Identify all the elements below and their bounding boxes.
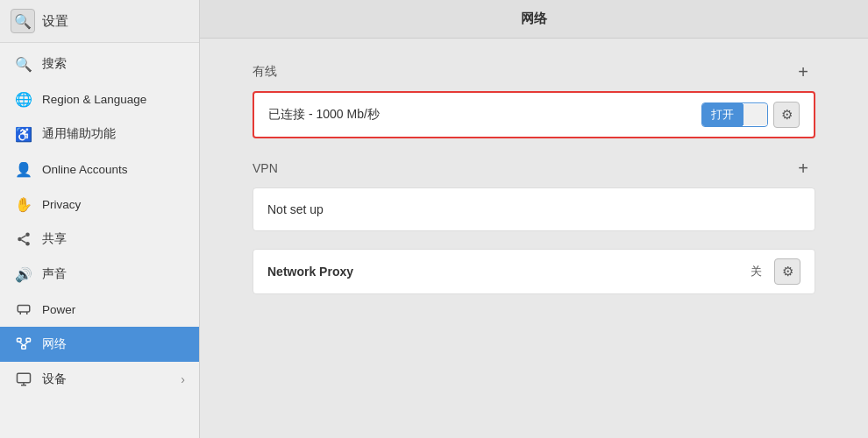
accessibility-icon: ♿ xyxy=(14,124,33,144)
proxy-section: Network Proxy 关 ⚙ xyxy=(253,249,815,294)
main-header: 网络 xyxy=(200,0,868,39)
svg-rect-13 xyxy=(18,373,31,383)
sidebar-item-power[interactable]: Power xyxy=(0,292,199,327)
search-icon-btn[interactable]: 🔍 xyxy=(11,9,35,33)
svg-line-4 xyxy=(21,236,25,238)
vpn-add-button[interactable]: + xyxy=(791,156,815,180)
proxy-label: Network Proxy xyxy=(267,265,751,279)
sidebar-item-label: 声音 xyxy=(42,266,185,282)
privacy-icon: ✋ xyxy=(14,194,33,214)
region-icon: 🌐 xyxy=(14,89,33,109)
svg-point-2 xyxy=(25,242,30,246)
sound-icon: 🔊 xyxy=(14,265,33,284)
sidebar-item-sound[interactable]: 🔊 声音 xyxy=(0,257,199,292)
devices-icon xyxy=(14,370,33,389)
sidebar-item-label: 通用辅助功能 xyxy=(42,126,185,142)
svg-rect-5 xyxy=(18,306,30,313)
sidebar-nav: 🔍 搜索 🌐 Region & Language ♿ 通用辅助功能 👤 Onli… xyxy=(0,43,199,438)
wired-section-header: 有线 + xyxy=(253,60,815,84)
sidebar-item-sharing[interactable]: 共享 xyxy=(0,222,199,257)
toggle-on-label: 打开 xyxy=(702,103,743,126)
wired-card-actions: 打开 ⚙ xyxy=(701,102,800,128)
sidebar-item-label: Privacy xyxy=(42,198,185,211)
power-icon xyxy=(14,300,33,319)
sidebar: 🔍 设置 🔍 搜索 🌐 Region & Language ♿ 通用辅助功能 👤 xyxy=(0,0,200,438)
sharing-icon xyxy=(14,230,33,249)
wired-section: 有线 + 已连接 - 1000 Mb/秒 打开 xyxy=(253,60,815,138)
svg-point-0 xyxy=(25,233,30,237)
proxy-status: 关 xyxy=(751,264,762,279)
gear-icon: ⚙ xyxy=(782,264,793,279)
wired-settings-button[interactable]: ⚙ xyxy=(773,102,800,128)
wired-add-button[interactable]: + xyxy=(791,60,815,84)
svg-rect-10 xyxy=(26,338,31,342)
svg-point-1 xyxy=(18,237,22,242)
vpn-card-row: Not set up xyxy=(253,188,815,230)
sidebar-item-search[interactable]: 🔍 搜索 xyxy=(0,46,199,81)
wired-section-title: 有线 xyxy=(253,64,277,80)
online-accounts-icon: 👤 xyxy=(14,159,33,179)
sidebar-item-devices[interactable]: 设备 › xyxy=(0,362,199,397)
vpn-section-title: VPN xyxy=(253,161,278,175)
main-title: 网络 xyxy=(521,11,547,25)
svg-rect-8 xyxy=(18,338,22,342)
vpn-section-header: VPN + xyxy=(253,156,815,180)
network-icon xyxy=(14,335,33,354)
svg-line-12 xyxy=(24,342,28,346)
sidebar-item-region[interactable]: 🌐 Region & Language xyxy=(0,81,199,117)
sidebar-item-network[interactable]: 网络 xyxy=(0,327,199,362)
wired-connection-label: 已连接 - 1000 Mb/秒 xyxy=(268,107,701,123)
wired-toggle-button[interactable]: 打开 xyxy=(701,102,768,127)
sidebar-item-privacy[interactable]: ✋ Privacy xyxy=(0,187,199,222)
wired-connection-card: 已连接 - 1000 Mb/秒 打开 ⚙ xyxy=(253,91,815,138)
toggle-track xyxy=(743,104,767,125)
proxy-row: Network Proxy 关 ⚙ xyxy=(253,250,815,293)
chevron-right-icon: › xyxy=(181,372,185,386)
sidebar-item-label: 设备 xyxy=(42,371,181,387)
main-body: 有线 + 已连接 - 1000 Mb/秒 打开 xyxy=(200,39,868,438)
search-nav-icon: 🔍 xyxy=(14,54,33,74)
gear-icon: ⚙ xyxy=(781,107,793,123)
vpn-status-label: Not set up xyxy=(267,202,800,216)
sidebar-item-label: 搜索 xyxy=(42,56,185,72)
svg-rect-9 xyxy=(22,346,26,350)
vpn-card: Not set up xyxy=(253,187,815,231)
proxy-settings-button[interactable]: ⚙ xyxy=(774,258,800,285)
search-icon: 🔍 xyxy=(14,13,32,30)
svg-line-11 xyxy=(19,342,24,346)
wired-card-row: 已连接 - 1000 Mb/秒 打开 ⚙ xyxy=(254,93,814,137)
vpn-section: VPN + Not set up xyxy=(253,156,815,231)
svg-line-3 xyxy=(21,240,25,243)
add-icon: + xyxy=(798,62,808,82)
sidebar-item-online-accounts[interactable]: 👤 Online Accounts xyxy=(0,152,199,187)
sidebar-item-label: Region & Language xyxy=(42,93,185,106)
sidebar-item-label: Online Accounts xyxy=(42,163,185,176)
proxy-card-actions: 关 ⚙ xyxy=(751,258,800,285)
sidebar-item-label: Power xyxy=(42,303,185,316)
sidebar-title: 设置 xyxy=(42,13,68,30)
proxy-card: Network Proxy 关 ⚙ xyxy=(253,249,815,294)
add-icon: + xyxy=(798,159,808,179)
sidebar-item-accessibility[interactable]: ♿ 通用辅助功能 xyxy=(0,117,199,152)
sidebar-item-label: 共享 xyxy=(42,231,185,247)
main-content: 网络 有线 + 已连接 - 1000 Mb/秒 打开 xyxy=(200,0,868,438)
sidebar-header: 🔍 设置 xyxy=(0,0,199,43)
sidebar-item-label: 网络 xyxy=(42,336,185,352)
